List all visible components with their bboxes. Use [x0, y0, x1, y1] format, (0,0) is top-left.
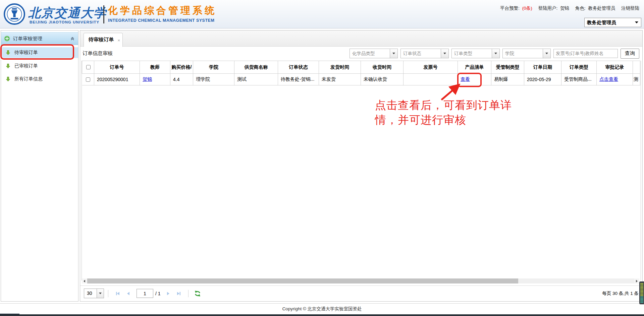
role-switch-select[interactable]: 教务处管理员 — [584, 18, 641, 27]
cell-order-date: 2020-05-29 — [524, 74, 561, 85]
col-college[interactable]: 学院 — [193, 61, 234, 74]
orders-table: 订单号 教师 购买价格/ 学院 供货商名称 订单状态 发货时间 收货时间 发票号… — [82, 61, 640, 85]
orders-grid: 订单号 教师 购买价格/ 学院 供货商名称 订单状态 发货时间 收货时间 发票号… — [82, 61, 641, 280]
scrollbar-thumb[interactable] — [87, 278, 518, 283]
sidebar-group-title: 订单审核管理 — [13, 36, 42, 42]
col-price[interactable]: 购买价格/ — [170, 61, 193, 74]
pager-separator — [108, 290, 108, 297]
sidebar-group-order-audit[interactable]: 订单审核管理 — [1, 32, 78, 45]
caret-down-icon — [635, 21, 638, 23]
first-page-button[interactable] — [114, 290, 122, 298]
table-row[interactable]: 202005290001 贺锦 4.4 理学院 测试 待教务处-贺锦... 未发… — [82, 74, 640, 85]
last-page-button[interactable] — [175, 290, 183, 298]
header-user-info: 平台预警: (0条) 登陆用户: 贺锦 角色: 教务处管理员 注销登陆 — [495, 5, 639, 11]
col-product-list[interactable]: 产品清单 — [458, 61, 491, 74]
cell-order-status: 待教务处-贺锦... — [278, 74, 319, 85]
page-size-select[interactable]: 30 — [84, 289, 104, 298]
product-list-view-link[interactable]: 查看 — [461, 76, 470, 82]
cell-product-list: 查看 — [458, 74, 491, 85]
approval-record-link[interactable]: 点击查看 — [599, 76, 618, 82]
sidebar-item-audited-orders[interactable]: 已审核订单 — [1, 61, 78, 71]
app-header: 北京交通大学 BEIJING JIAOTONG UNIVERSITY 化学品综合… — [0, 0, 644, 28]
cell-college: 理学院 — [193, 74, 234, 85]
tab-label: 待审核订单 — [89, 37, 114, 42]
page-size-value: 30 — [84, 289, 97, 298]
col-order-type[interactable]: 订单类型 — [561, 61, 597, 74]
arrow-down-icon — [5, 50, 11, 55]
col-receive-time[interactable]: 收货时间 — [361, 61, 404, 74]
plus-circle-icon — [4, 36, 10, 42]
refresh-button[interactable] — [195, 291, 201, 297]
filter-order-status-select[interactable]: 订单状态 — [400, 49, 449, 58]
select-all-header — [82, 61, 94, 74]
page-number-input[interactable] — [137, 289, 153, 298]
university-name-en: BEIJING JIAOTONG UNIVERSITY — [30, 20, 99, 24]
system-name-cn: 化学品综合管理系统 — [108, 4, 217, 17]
arrow-down-icon — [5, 63, 11, 69]
filter-college-select[interactable]: 学院 — [502, 49, 551, 58]
pagination-bar: 30 / 1 — [80, 286, 642, 301]
logout-link[interactable]: 注销登陆 — [621, 6, 639, 11]
platform-alert-count[interactable]: (0条) — [522, 6, 532, 11]
col-order-date[interactable]: 订单日期 — [524, 61, 561, 74]
sidebar-item-pending-orders[interactable]: 待审核订单 — [1, 47, 78, 58]
tab-bar: 待审核订单 × — [80, 30, 642, 47]
grid-toolbar: 订单信息审核 化学品类型 订单状态 订单类型 学院 — [80, 46, 642, 61]
collapse-icon[interactable] — [70, 36, 75, 41]
scroll-left-button[interactable] — [82, 278, 87, 283]
cell-price: 4.4 — [170, 74, 193, 85]
platform-alert-label: 平台预警: — [500, 6, 520, 11]
col-supplier[interactable]: 供货商名称 — [234, 61, 278, 74]
tab-pending-orders[interactable]: 待审核订单 × — [84, 33, 123, 47]
role-label: 角色: — [575, 6, 586, 11]
filter-order-status-value: 订单状态 — [401, 49, 441, 58]
combo-arrow-icon[interactable] — [543, 49, 550, 58]
filter-chemical-type-select[interactable]: 化学品类型 — [350, 49, 398, 58]
col-regulated-type[interactable]: 受管制类型 — [491, 61, 524, 74]
col-ship-time[interactable]: 发货时间 — [319, 61, 361, 74]
filter-bar: 化学品类型 订单状态 订单类型 学院 查询 — [350, 49, 639, 59]
col-approval-record[interactable]: 审批记录 — [597, 61, 633, 74]
select-all-checkbox[interactable] — [86, 65, 91, 69]
cell-order-no: 202005290001 — [94, 74, 140, 85]
col-order-no[interactable]: 订单号 — [94, 61, 140, 74]
last-page-icon — [176, 291, 181, 296]
university-seal-logo — [3, 3, 25, 25]
main-panel: 待审核订单 × 订单信息审核 化学品类型 订单状态 订单类型 — [80, 30, 643, 302]
row-checkbox[interactable] — [86, 77, 90, 82]
teacher-link[interactable]: 贺锦 — [143, 76, 152, 82]
cell-receive-time: 未确认收货 — [361, 74, 404, 85]
horizontal-scrollbar[interactable] — [82, 278, 639, 283]
col-order-status[interactable]: 订单状态 — [278, 61, 319, 74]
combo-arrow-icon[interactable] — [390, 49, 397, 58]
combo-arrow-icon[interactable] — [97, 289, 104, 298]
col-overflow — [633, 61, 640, 74]
pager-separator — [188, 290, 189, 297]
search-input[interactable] — [553, 49, 618, 58]
filter-order-type-select[interactable]: 订单类型 — [451, 49, 500, 58]
prev-page-button[interactable] — [124, 290, 132, 298]
tab-close-icon[interactable]: × — [117, 34, 120, 47]
edge-widget[interactable] — [639, 281, 644, 304]
cell-ship-time: 未发货 — [319, 74, 361, 85]
next-page-button[interactable] — [164, 290, 172, 298]
combo-arrow-icon[interactable] — [441, 49, 448, 58]
scroll-right-button[interactable] — [634, 278, 639, 283]
copyright-text: Copyright © 北京交通大学实验室国资处 — [282, 306, 362, 311]
combo-arrow-icon[interactable] — [492, 49, 499, 58]
cell-approval-record: 点击查看 — [597, 74, 633, 85]
triangle-right-icon — [636, 280, 638, 282]
sidebar-item-all-orders[interactable]: 所有订单信息 — [1, 74, 78, 84]
query-button[interactable]: 查询 — [621, 49, 639, 59]
col-teacher[interactable]: 教师 — [140, 61, 170, 74]
system-name-en: INTEGRATED CHEMICAL MANAGEMENT SYSTEM — [108, 18, 214, 23]
next-page-icon — [165, 291, 171, 296]
triangle-left-icon — [84, 280, 85, 282]
sidebar-item-label: 已审核订单 — [14, 63, 38, 69]
refresh-icon — [195, 291, 201, 297]
sidebar: 订单审核管理 待审核订单 已审核订单 所有订单信息 — [1, 30, 78, 302]
col-invoice-no[interactable]: 发票号 — [404, 61, 458, 74]
role-switch-value: 教务处管理员 — [585, 19, 635, 26]
edge-widget-stripes-icon — [640, 297, 643, 303]
taskbar-edge — [0, 314, 644, 316]
